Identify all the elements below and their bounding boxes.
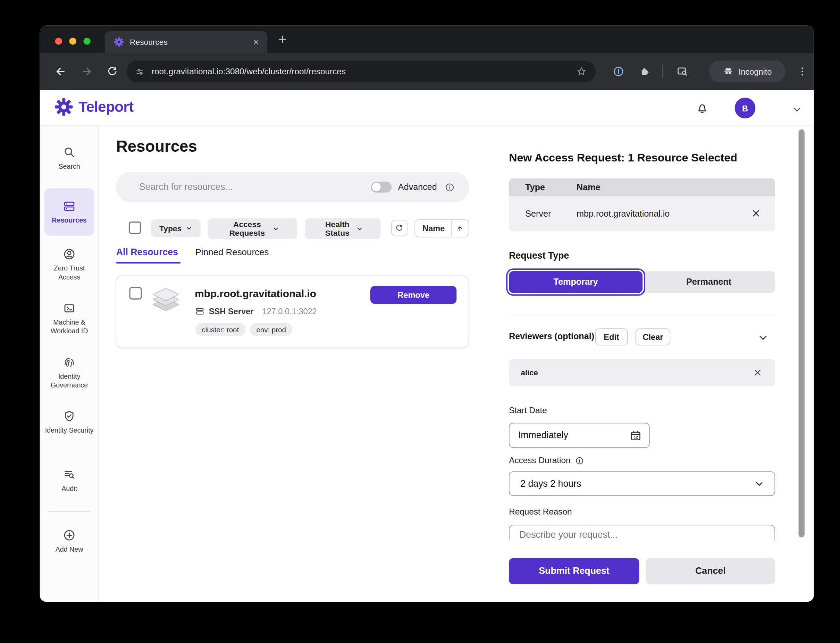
advanced-info-icon[interactable] [445, 182, 455, 193]
page-scrollbar-thumb[interactable] [799, 129, 804, 537]
resource-subrow: SSH Server 127.0.0.1:3022 [196, 307, 317, 316]
browser-tab[interactable]: Resources [105, 31, 267, 53]
cancel-button[interactable]: Cancel [646, 558, 775, 584]
remove-button[interactable]: Remove [370, 286, 457, 304]
request-reason-input[interactable] [509, 525, 775, 541]
refresh-button[interactable] [391, 220, 408, 236]
duration-info-icon[interactable] [575, 456, 584, 465]
types-filter-button[interactable]: Types [151, 219, 201, 237]
temporary-option[interactable]: Temporary [509, 271, 643, 293]
sidebar-item-zero-trust-access[interactable]: Zero Trust Access [40, 248, 99, 281]
submit-request-button[interactable]: Submit Request [509, 558, 639, 584]
new-tab-button[interactable] [278, 34, 287, 44]
calendar-icon[interactable]: 12 [629, 429, 642, 442]
health-status-filter-label: Health Status [323, 220, 352, 237]
account-chevron-down-icon[interactable] [791, 104, 802, 115]
svg-text:12: 12 [634, 435, 638, 439]
start-date-label: Start Date [509, 406, 547, 415]
shield-check-icon [63, 410, 76, 423]
label-text: cluster: root [202, 325, 239, 334]
resources-layers-icon [63, 200, 76, 213]
teleport-page: Teleport B Search Resou [40, 90, 814, 602]
sidebar-item-label: Resources [50, 216, 89, 225]
notifications-bell-icon[interactable] [696, 101, 709, 115]
browser-menu-dots-icon[interactable] [796, 65, 808, 78]
resource-label-pill[interactable]: cluster: root [196, 323, 245, 336]
user-avatar[interactable]: B [735, 98, 756, 118]
sidebar-item-audit[interactable]: Audit [40, 468, 99, 493]
brand-name: Teleport [78, 99, 133, 116]
plus-circle-icon [63, 529, 76, 542]
search-input[interactable] [139, 181, 371, 193]
reload-button[interactable] [106, 65, 118, 78]
resource-card[interactable]: mbp.root.gravitational.io SSH Server 127… [116, 276, 469, 348]
url-text[interactable]: root.gravitational.io:3080/web/cluster/r… [152, 67, 576, 77]
bookmark-star-icon[interactable] [576, 66, 587, 77]
chevron-down-icon [272, 225, 279, 232]
server-stack-icon [148, 282, 184, 318]
resource-kind: SSH Server [209, 307, 253, 316]
teleport-logo[interactable]: Teleport [54, 98, 133, 116]
sidebar-item-identity-governance[interactable]: Identity Governance [40, 356, 99, 390]
reviewers-collapse-chevron-icon[interactable] [757, 331, 769, 344]
resource-name: mbp.root.gravitational.io [195, 288, 316, 300]
chevron-down-icon [185, 225, 192, 232]
row-type: Server [525, 209, 577, 219]
sidebar-item-machine-workload-id[interactable]: Machine & Workload ID [40, 302, 99, 335]
reviewer-chip: alice [509, 359, 775, 387]
access-requests-filter-button[interactable]: Access Requests [208, 219, 297, 239]
advanced-toggle[interactable] [371, 181, 391, 193]
remove-resource-x-icon[interactable] [750, 207, 762, 219]
reviewers-clear-button[interactable]: Clear [636, 328, 670, 346]
row-name: mbp.root.gravitational.io [577, 209, 670, 219]
site-settings-icon[interactable] [135, 67, 145, 77]
tab-pinned-resources[interactable]: Pinned Resources [196, 247, 269, 258]
panel-title: New Access Request: 1 Resource Selected [509, 151, 737, 164]
sidebar-item-identity-security[interactable]: Identity Security [40, 410, 99, 435]
close-window-button[interactable] [55, 38, 62, 44]
access-duration-row: Access Duration [509, 455, 584, 465]
forward-button[interactable] [81, 65, 93, 78]
sidebar: Search Resources Zero Trust Access Machi… [40, 126, 99, 602]
screen: Resources ro [0, 0, 840, 643]
reviewer-remove-x-icon[interactable] [752, 367, 763, 378]
tab-search-icon[interactable] [677, 65, 689, 78]
health-status-filter-button[interactable]: Health Status [305, 219, 380, 239]
reviewers-edit-button[interactable]: Edit [595, 328, 628, 346]
fingerprint-icon [63, 356, 76, 369]
sidebar-item-add-new[interactable]: Add New [40, 529, 99, 554]
address-bar[interactable]: root.gravitational.io:3080/web/cluster/r… [127, 60, 595, 82]
extension-blocker-icon[interactable] [613, 65, 625, 78]
avatar-initial: B [742, 103, 748, 113]
active-tab-underline [116, 262, 181, 264]
reviewer-name: alice [521, 368, 538, 377]
access-duration-select[interactable]: 2 days 2 hours [509, 472, 775, 496]
back-button[interactable] [54, 65, 67, 78]
zoom-window-button[interactable] [83, 38, 90, 44]
sort-label: Name [416, 224, 451, 233]
label-text: env: prod [256, 325, 286, 334]
incognito-badge[interactable]: Incognito [709, 60, 786, 82]
sidebar-item-label: Search [56, 162, 82, 171]
permanent-option[interactable]: Permanent [643, 271, 775, 293]
sort-button[interactable]: Name [414, 219, 469, 237]
tab-title: Resources [130, 38, 253, 46]
sidebar-divider [47, 511, 90, 512]
types-filter-label: Types [159, 224, 181, 233]
resource-label-pill[interactable]: env: prod [250, 323, 293, 336]
resource-address: 127.0.0.1:3022 [262, 307, 316, 316]
reviewers-label: Reviewers (optional) [509, 331, 594, 341]
tab-all-resources[interactable]: All Resources [116, 247, 178, 258]
column-type: Type [525, 183, 577, 193]
access-request-panel: New Access Request: 1 Resource Selected … [509, 126, 775, 602]
tab-close-icon[interactable] [253, 39, 259, 46]
select-all-checkbox[interactable] [129, 222, 141, 234]
sidebar-item-resources[interactable]: Resources [40, 200, 99, 225]
minimize-window-button[interactable] [69, 38, 77, 44]
start-date-input[interactable]: Immediately 12 [509, 423, 649, 448]
app-header: Teleport B [40, 90, 814, 126]
resource-checkbox[interactable] [129, 287, 142, 300]
sidebar-item-search[interactable]: Search [40, 146, 99, 171]
extensions-puzzle-icon[interactable] [639, 65, 651, 78]
sort-direction-zone[interactable] [451, 220, 468, 237]
